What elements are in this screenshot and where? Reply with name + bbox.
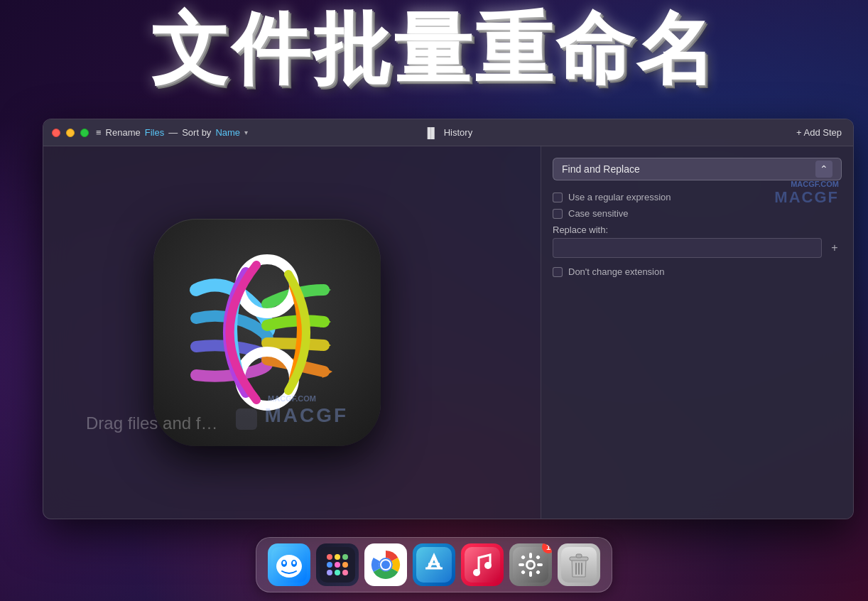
svg-rect-37 [537, 563, 543, 566]
svg-point-30 [484, 562, 492, 569]
files-link[interactable]: Files [145, 127, 164, 138]
replace-with-label: Replace with: [553, 224, 842, 235]
svg-point-33 [528, 562, 533, 568]
close-button[interactable] [52, 129, 60, 137]
dock-item-music[interactable] [461, 543, 504, 586]
svg-point-7 [276, 555, 302, 578]
right-panel: MACGF.COM MACGF Find and Replace ⌃ Use a… [541, 146, 853, 519]
dock-item-trash[interactable] [558, 543, 600, 586]
case-checkbox[interactable] [553, 209, 563, 219]
svg-rect-28 [465, 547, 500, 583]
svg-rect-34 [529, 553, 532, 558]
svg-rect-35 [529, 571, 532, 577]
chevron-down-icon[interactable]: ▾ [244, 129, 248, 136]
dropdown-chevron-button[interactable]: ⌃ [815, 161, 832, 178]
svg-rect-44 [576, 554, 582, 558]
maximize-button[interactable] [80, 129, 89, 137]
list-icon: ≡ [96, 127, 102, 138]
sort-label: Sort by [182, 127, 211, 138]
svg-point-20 [335, 570, 340, 575]
svg-point-21 [342, 570, 348, 575]
regex-label: Use a regular expression [568, 192, 671, 202]
mac-window: ≡ Rename Files — Sort by Name ▾ ▐▌ Histo… [43, 119, 854, 519]
svg-point-11 [293, 561, 295, 565]
svg-point-19 [327, 570, 332, 575]
sort-name-link[interactable]: Name [215, 127, 240, 138]
traffic-lights [52, 129, 89, 137]
svg-point-17 [335, 562, 340, 568]
app-icon-container [153, 219, 381, 446]
separator: — [168, 127, 178, 138]
dock-item-system-prefs[interactable]: 1 [509, 543, 552, 586]
title-zh: 文件批量重命名 [0, 6, 868, 92]
dock-item-chrome[interactable] [364, 543, 407, 586]
chevron-icon: ⌃ [820, 163, 828, 175]
replace-with-row: Replace with: + [553, 224, 842, 258]
window-content: Drag files and f… MACGF.COM MACGF MACGF.… [43, 146, 853, 519]
option-regex: Use a regular expression [553, 192, 842, 202]
dropdown-label: Find and Replace [562, 163, 640, 175]
right-wm-url: MACGF.COM [774, 180, 839, 188]
extension-label: Don't change extension [568, 266, 664, 277]
svg-point-18 [342, 562, 348, 568]
titlebar: ≡ Rename Files — Sort by Name ▾ ▐▌ Histo… [43, 119, 853, 146]
option-extension: Don't change extension [553, 266, 842, 277]
minimize-button[interactable] [66, 129, 75, 137]
left-panel: Drag files and f… MACGF.COM MACGF [43, 146, 541, 519]
app-icon [153, 219, 381, 446]
history-label[interactable]: History [444, 127, 472, 138]
dock-item-finder[interactable] [268, 543, 310, 586]
dock-item-appstore[interactable] [413, 543, 455, 586]
drop-area-text: Drag files and f… [86, 413, 217, 433]
extension-checkbox[interactable] [553, 267, 563, 277]
regex-checkbox[interactable] [553, 193, 563, 202]
dock: 1 [256, 537, 612, 592]
history-icon: ▐▌ [424, 127, 438, 139]
svg-point-15 [342, 554, 348, 560]
find-replace-dropdown[interactable]: Find and Replace ⌃ [553, 158, 842, 180]
add-step-button[interactable]: + Add Step [796, 127, 842, 138]
svg-point-14 [335, 554, 340, 560]
svg-point-13 [327, 554, 332, 560]
replace-with-input[interactable] [553, 238, 822, 258]
case-label: Case sensitive [568, 208, 629, 219]
svg-point-26 [381, 561, 390, 569]
plus-button[interactable]: + [828, 241, 842, 255]
option-case: Case sensitive [553, 208, 842, 219]
svg-rect-36 [519, 563, 524, 566]
svg-point-10 [283, 561, 286, 565]
dock-item-launchpad[interactable] [316, 543, 359, 586]
window-title: ≡ Rename Files — Sort by Name ▾ [96, 127, 248, 138]
history-section: ▐▌ History [424, 127, 472, 139]
rename-label: Rename [106, 127, 141, 138]
svg-point-16 [327, 562, 332, 568]
svg-point-29 [473, 569, 480, 576]
